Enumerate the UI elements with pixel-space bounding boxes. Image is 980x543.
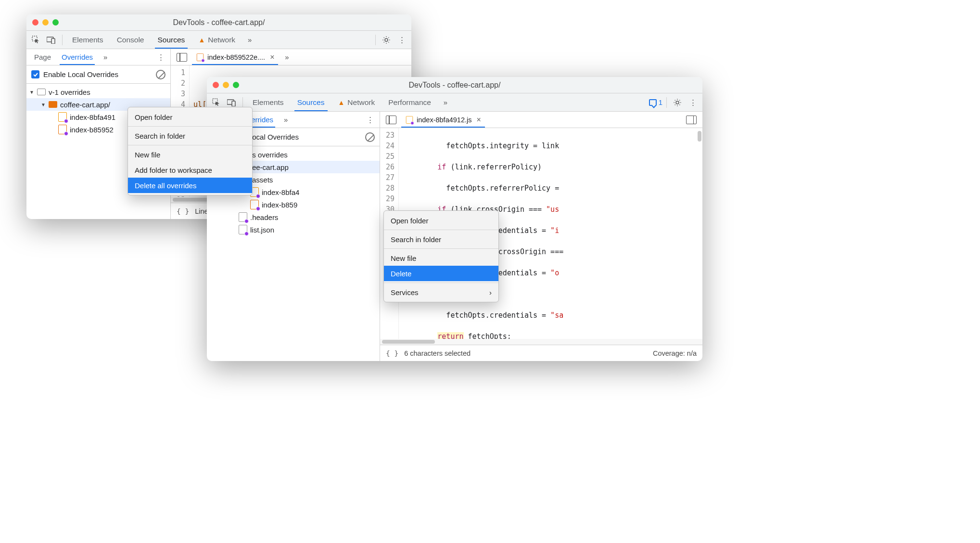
menu-separator	[128, 126, 252, 127]
tab-console[interactable]: Console	[111, 31, 150, 49]
tree-root[interactable]: ▼ v-1 overrides	[26, 86, 170, 98]
enable-overrides-label: Enable Local Overrides	[43, 70, 118, 78]
window-title: DevTools - coffee-cart.app/	[26, 18, 411, 27]
clear-icon[interactable]	[365, 132, 375, 142]
menu-separator	[128, 145, 252, 145]
file-icon	[239, 225, 247, 234]
svg-rect-2	[51, 39, 55, 44]
css-file-icon	[197, 53, 204, 61]
messages-badge[interactable]: 1	[649, 98, 662, 106]
clear-icon[interactable]	[156, 70, 165, 79]
editor-tab-label: index-8bfa4912.js	[417, 116, 471, 124]
menu-open-folder[interactable]: Open folder	[128, 109, 252, 125]
tab-network[interactable]: ▲ Network	[332, 93, 381, 111]
menu-search-in-folder[interactable]: Search in folder	[384, 232, 498, 247]
kebab-menu-icon[interactable]: ⋮	[154, 51, 167, 64]
menu-separator	[384, 283, 498, 283]
inspect-icon[interactable]	[29, 33, 43, 47]
editor-tab[interactable]: index-b859522e.... ×	[191, 49, 279, 65]
coverage-status: Coverage: n/a	[653, 349, 697, 357]
tab-label: Network	[347, 98, 375, 107]
editor-tab[interactable]: index-8bfa4912.js ×	[400, 112, 486, 128]
selection-status: 6 characters selected	[404, 349, 471, 357]
tree-label: index-b85952	[70, 126, 114, 134]
kebab-menu-icon[interactable]: ⋮	[363, 113, 377, 127]
titlebar[interactable]: DevTools - coffee-cart.app/	[207, 77, 702, 93]
tab-label: Network	[208, 36, 235, 44]
menu-services[interactable]: Services ›	[384, 284, 498, 300]
toggle-navigator-icon[interactable]	[177, 53, 187, 62]
chat-icon	[649, 99, 657, 106]
tree-label: .headers	[250, 213, 278, 221]
titlebar[interactable]: DevTools - coffee-cart.app/	[26, 14, 411, 31]
separator	[62, 35, 63, 45]
menu-open-folder[interactable]: Open folder	[384, 213, 498, 228]
css-file-icon	[58, 125, 67, 134]
main-toolbar: Elements Console Sources ▲ Network » ⋮	[26, 31, 411, 49]
separator	[242, 97, 243, 108]
kebab-menu-icon[interactable]: ⋮	[395, 33, 408, 47]
navigator-tabs: Page Overrides » ⋮	[26, 49, 170, 65]
tree-label: coffee-cart.app/	[60, 101, 110, 109]
tree-label: index-8bfa491	[70, 113, 115, 121]
menu-delete[interactable]: Delete	[384, 266, 498, 281]
tab-performance[interactable]: Performance	[382, 93, 437, 111]
device-toolbar-icon[interactable]	[45, 33, 58, 47]
close-tab-icon[interactable]: ×	[270, 53, 274, 62]
tab-elements[interactable]: Elements	[247, 93, 290, 111]
menu-new-file[interactable]: New file	[384, 250, 498, 266]
context-menu: Open folder Search in folder New file Ad…	[127, 107, 253, 195]
context-menu: Open folder Search in folder New file De…	[383, 210, 499, 302]
toggle-navigator-icon[interactable]	[386, 116, 396, 124]
menu-separator	[384, 248, 498, 249]
settings-gear-icon[interactable]	[380, 33, 393, 47]
more-tabs-icon[interactable]: »	[243, 33, 256, 47]
menu-delete-all-overrides[interactable]: Delete all overrides	[128, 178, 252, 193]
tab-sources[interactable]: Sources	[152, 31, 191, 49]
tree-file[interactable]: index-b859	[207, 198, 380, 211]
devtools-window-2: DevTools - coffee-cart.app/ Elements Sou…	[207, 77, 702, 361]
pretty-print-icon[interactable]: { }	[386, 349, 398, 357]
pretty-print-icon[interactable]: { }	[177, 207, 189, 215]
tree-label: assets	[252, 176, 273, 184]
toggle-debugger-icon[interactable]	[686, 116, 697, 124]
disclosure-triangle-icon[interactable]: ▼	[41, 102, 46, 107]
menu-new-file[interactable]: New file	[128, 147, 252, 162]
warning-icon: ▲	[198, 36, 205, 44]
menu-add-folder[interactable]: Add folder to workspace	[128, 162, 252, 178]
more-subtabs-icon[interactable]: »	[99, 51, 112, 64]
close-tab-icon[interactable]: ×	[476, 116, 481, 124]
editor-tabs: index-b859522e.... × »	[171, 49, 411, 65]
warning-icon: ▲	[338, 99, 345, 106]
css-file-icon	[250, 200, 259, 209]
tree-file[interactable]: .headers	[207, 211, 380, 223]
kebab-menu-icon[interactable]: ⋮	[686, 96, 700, 109]
subtab-overrides[interactable]: Overrides	[57, 49, 98, 65]
tree-file[interactable]: list.json	[207, 223, 380, 236]
disclosure-triangle-icon[interactable]: ▼	[29, 90, 34, 95]
menu-separator	[384, 230, 498, 230]
js-file-icon	[58, 112, 67, 122]
horizontal-scrollbar[interactable]	[380, 339, 702, 345]
tree-label: index-8bfa4	[262, 188, 299, 196]
more-subtabs-icon[interactable]: »	[279, 113, 293, 127]
messages-count: 1	[659, 98, 662, 106]
tab-sources[interactable]: Sources	[292, 93, 331, 111]
folder-icon	[49, 101, 57, 108]
js-file-icon	[406, 116, 413, 124]
more-tabs-icon[interactable]: »	[439, 96, 452, 109]
settings-gear-icon[interactable]	[671, 96, 684, 109]
status-bar: { } 6 characters selected Coverage: n/a	[380, 345, 702, 361]
tab-elements[interactable]: Elements	[66, 31, 109, 49]
scrollbar-thumb[interactable]	[698, 131, 701, 142]
tab-network[interactable]: ▲ Network	[192, 31, 241, 49]
more-editor-tabs-icon[interactable]: »	[280, 51, 293, 64]
menu-search-in-folder[interactable]: Search in folder	[128, 128, 252, 143]
separator	[666, 97, 667, 108]
tree-label: list.json	[250, 226, 274, 234]
chevron-right-icon: ›	[489, 288, 492, 297]
enable-overrides-row: Enable Local Overrides	[26, 65, 170, 84]
enable-overrides-checkbox[interactable]	[31, 70, 39, 78]
window-title: DevTools - coffee-cart.app/	[207, 81, 702, 90]
subtab-page[interactable]: Page	[29, 49, 56, 65]
